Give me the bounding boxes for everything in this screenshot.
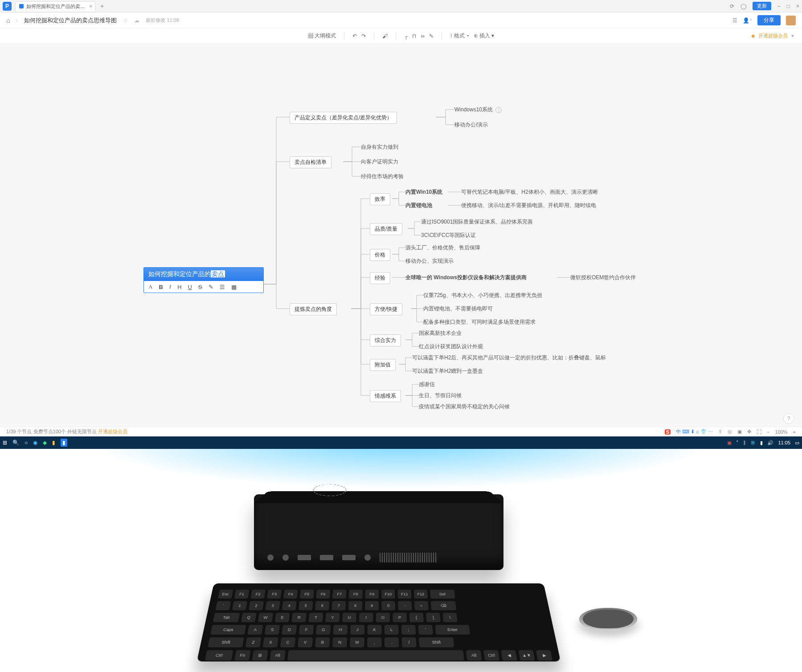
ime-badge[interactable]: S — [665, 429, 671, 435]
window-minimize[interactable]: – — [777, 3, 781, 9]
add-user-icon[interactable]: 👤⁺ — [743, 17, 752, 24]
node-define-selling-point[interactable]: 产品定义卖点（差异化卖点/差异化优势） — [290, 112, 397, 124]
node-experience[interactable]: 经验 — [370, 272, 390, 284]
summary-icon[interactable]: ⊓ — [412, 33, 416, 39]
list-button[interactable]: ☰ — [220, 284, 225, 290]
insert-dropdown[interactable]: ⊕ 插入 ▾ — [474, 32, 495, 40]
info-icon[interactable]: i — [495, 107, 502, 113]
edit-icon[interactable]: ✎ — [429, 33, 434, 39]
leaf[interactable]: 仅重725g、书本大小、小巧便携、出差携带无负担 — [423, 292, 542, 299]
leaf[interactable]: 移动办公、实现演示 — [405, 257, 454, 265]
wechat-icon[interactable]: ◆ — [43, 440, 47, 446]
undo-icon[interactable]: ↶ — [352, 33, 357, 39]
share-icon[interactable]: ⇪ — [718, 429, 722, 435]
node-emotion[interactable]: 情感维系 — [370, 390, 401, 402]
leaf[interactable]: 通过ISO9001国际质量保证体系、品控体系完善 — [421, 218, 533, 226]
search-icon[interactable]: 🔍 — [12, 440, 19, 446]
browser-tab[interactable]: 如何挖掘和定位产品的卖… × — [15, 1, 95, 11]
leaf[interactable]: 经得住市场的考验 — [361, 173, 404, 180]
edit-pencil-icon[interactable]: ✎ — [209, 284, 213, 290]
leaf[interactable]: Windows10系统i — [454, 106, 502, 114]
notification-icon[interactable]: ▭ — [795, 440, 799, 446]
link-icon[interactable]: ∞ — [421, 33, 425, 39]
leaf[interactable]: 内置锂电池、不需要插电即可 — [423, 305, 493, 313]
root-node-editor[interactable]: 如何挖掘和定位产品的卖点 A B I H U S ✎ ☰ ▦ — [143, 267, 264, 293]
leaf[interactable]: 内置锂电池 — [405, 202, 432, 209]
node-checklist[interactable]: 卖点自检清单 — [290, 156, 331, 168]
target-icon[interactable]: ◎ — [728, 429, 732, 435]
zoom-out[interactable]: − — [767, 429, 769, 435]
leaf-detail[interactable]: 便携移动、演示/出差不需要插电源、开机即用、随时续电 — [461, 202, 596, 209]
share-button[interactable]: 分享 — [757, 15, 781, 25]
font-style-button[interactable]: A — [148, 283, 152, 290]
clock[interactable]: 11:05 — [778, 440, 790, 445]
fit-icon[interactable]: ⛶ — [757, 429, 761, 435]
update-button[interactable]: 更新 — [753, 2, 771, 10]
cortana-icon[interactable]: ○ — [25, 440, 28, 446]
bold-button[interactable]: B — [159, 284, 163, 290]
layer-icon[interactable]: ▣ — [737, 429, 742, 435]
explorer-icon[interactable]: ▮ — [52, 440, 55, 446]
italic-button[interactable]: I — [169, 283, 171, 290]
window-maximize[interactable]: □ — [787, 3, 790, 9]
leaf[interactable]: 可以涵盖下单H2后、再买其他产品可以做一定的折扣优惠、比如：折叠键盘、鼠标 — [412, 354, 606, 362]
leaf[interactable]: 疫情或某个国家局势不稳定的关心问候 — [419, 403, 510, 411]
leaf-detail[interactable]: 微软授权OEM签约合作伙伴 — [570, 274, 636, 281]
leaf[interactable]: 配备多种接口类型、可同时满足多场景使用需求 — [423, 318, 536, 326]
leaf[interactable]: 红点设计获奖团队设计外观 — [419, 343, 483, 350]
chevron-up-icon[interactable]: ˄ — [736, 440, 739, 446]
node-strength[interactable]: 综合实力 — [370, 334, 401, 346]
leaf[interactable]: 移动办公/演示 — [454, 121, 488, 129]
leaf[interactable]: 感谢信 — [419, 381, 435, 388]
chevron-down-icon[interactable]: ▾ — [791, 33, 794, 39]
leaf[interactable]: 自身有实力做到 — [361, 143, 398, 151]
grid-button[interactable]: ▦ — [231, 284, 237, 290]
volume-icon[interactable]: 🔊 — [767, 440, 773, 446]
leaf[interactable]: 3C\CE\FCC等国际认证 — [421, 232, 476, 239]
redo-icon[interactable]: ↷ — [361, 33, 366, 39]
cloud-icon[interactable]: ☁ — [134, 17, 139, 24]
help-fab[interactable]: ? — [783, 413, 794, 424]
refresh-icon[interactable]: ⟳ — [730, 3, 734, 9]
format-dropdown[interactable]: ⫶ 格式 ▾ — [450, 32, 469, 40]
new-tab-button[interactable]: ＋ — [99, 2, 105, 10]
battery-icon[interactable]: ▮ — [760, 440, 763, 446]
zoom-in[interactable]: + — [793, 429, 796, 435]
root-node-text[interactable]: 如何挖掘和定位产品的卖点 — [144, 268, 263, 281]
edge-icon[interactable]: ◉ — [33, 440, 37, 446]
upgrade-link-bottom[interactable]: 开通超级会员 — [98, 429, 127, 434]
node-price[interactable]: 价格 — [370, 249, 390, 261]
node-efficiency[interactable]: 效率 — [370, 193, 390, 205]
star-icon[interactable]: ☆ — [123, 17, 128, 24]
outline-mode-button[interactable]: ▦ 大纲模式 — [308, 32, 336, 40]
node-convenience[interactable]: 方便/快捷 — [370, 303, 402, 315]
avatar[interactable] — [786, 16, 796, 25]
mindmap-canvas[interactable]: 如何挖掘和定位产品的卖点 A B I H U S ✎ ☰ ▦ 产品定义卖点（差异… — [0, 44, 802, 427]
upgrade-link[interactable]: 开通超级会员 — [758, 33, 788, 39]
leaf[interactable]: 全球唯一的 Windows投影仪设备和解决方案提供商 — [405, 274, 527, 281]
leaf[interactable]: 向客户证明实力 — [361, 158, 398, 166]
leaf[interactable]: 生日、节假日问候 — [419, 392, 462, 399]
tray-icon[interactable]: ▣ — [727, 440, 732, 446]
node-quality[interactable]: 品质/质量 — [370, 223, 402, 235]
format-paint-icon[interactable]: 🖌 — [382, 33, 388, 39]
window-close[interactable]: × — [796, 3, 799, 9]
heading-button[interactable]: H — [177, 284, 181, 290]
menu-icon[interactable]: ☰ — [732, 17, 737, 24]
leaf[interactable]: 内置Win10系统 — [405, 188, 442, 196]
app-task-icon[interactable]: ▮ — [61, 439, 67, 447]
move-icon[interactable]: ✥ — [747, 429, 751, 435]
home-icon[interactable]: ⌂ — [6, 17, 10, 24]
connector-icon[interactable]: ┌ — [404, 33, 408, 39]
node-angles[interactable]: 提炼卖点的角度 — [290, 303, 337, 315]
sync-icon[interactable]: ◯ — [741, 3, 746, 9]
underline-button[interactable]: U — [188, 284, 192, 290]
leaf-detail[interactable]: 可替代笔记本电脑/平板、H2体积小、画面大、演示更清晰 — [461, 188, 598, 196]
leaf[interactable]: 国家高新技术企业 — [419, 330, 462, 337]
shield-icon[interactable]: ⛨ — [751, 440, 756, 445]
close-tab-icon[interactable]: × — [90, 4, 92, 9]
leaf[interactable]: 可以涵盖下单H2赠到一盒墨盒 — [412, 367, 483, 375]
bluetooth-icon[interactable]: ᛒ — [743, 440, 746, 445]
strike-button[interactable]: S — [198, 284, 202, 290]
node-added-value[interactable]: 附加值 — [370, 359, 396, 371]
